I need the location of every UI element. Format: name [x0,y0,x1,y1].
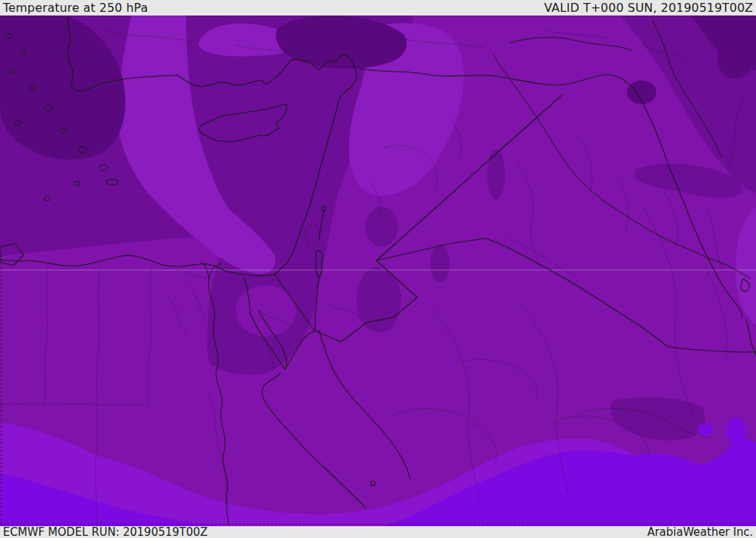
branding-label: ArabiaWeather Inc. [647,526,753,538]
model-run-label: ECMWF MODEL RUN: 20190519T00Z [3,526,207,538]
header-bar: Temperature at 250 hPa VALID T+000 SUN, … [0,0,756,15]
temp-blob-warmest [726,418,746,444]
weather-map-canvas [0,15,756,526]
footer-bar: ECMWF MODEL RUN: 20190519T00Z ArabiaWeat… [0,526,756,538]
temp-blob-warmest [698,423,712,436]
temp-blob-dark [487,149,505,199]
temp-blob-dark [365,207,398,246]
map-title: Temperature at 250 hPa [3,0,148,15]
weather-map-app: Temperature at 250 hPa VALID T+000 SUN, … [0,0,756,538]
valid-time-label: VALID T+000 SUN, 20190519T00Z [544,0,753,15]
temp-blob-dark [430,244,450,283]
map-area [0,15,756,526]
temp-fill-layer [0,15,756,526]
